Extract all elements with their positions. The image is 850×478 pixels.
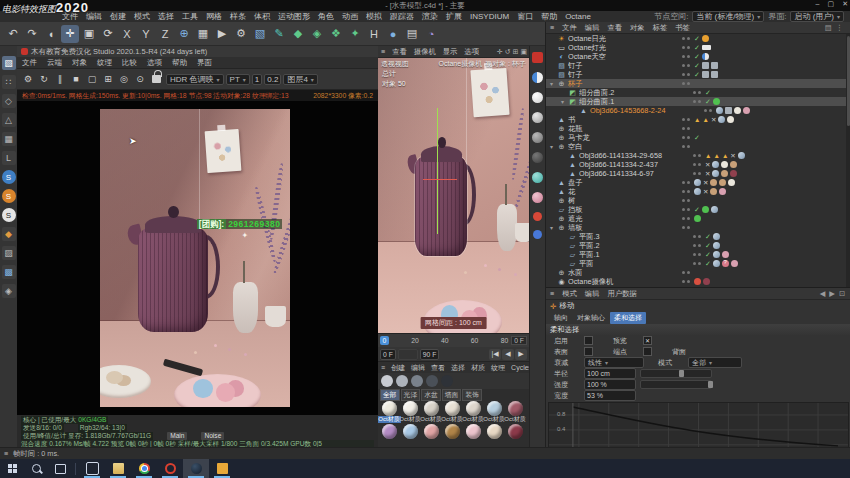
strip-icon[interactable] [532, 132, 543, 143]
mode-icon[interactable]: S [2, 208, 16, 222]
visibility-dots[interactable] [680, 217, 692, 220]
material-tab[interactable]: 光泽 [401, 389, 421, 401]
x-tag-icon[interactable] [703, 187, 708, 196]
phong-tag-icon[interactable] [713, 260, 720, 267]
taskbar-app[interactable] [105, 459, 131, 478]
material-item[interactable]: Oct材质 [484, 401, 504, 423]
mode-icon[interactable]: ▦ [2, 132, 16, 146]
close-button[interactable]: ✕ [842, 0, 848, 8]
phong-tag-icon[interactable] [713, 233, 720, 240]
shader-ball-icon[interactable] [426, 375, 438, 387]
hamburger-icon[interactable]: ≡ [378, 364, 388, 371]
live-viewer-tool-icon[interactable]: ⊙ [133, 72, 147, 86]
object-label[interactable]: Obj3d66-1141334-2-437 [579, 160, 691, 169]
object-tags[interactable] [703, 259, 738, 268]
toolbar-icon[interactable]: ◖ [42, 25, 60, 43]
object-tags[interactable] [692, 187, 726, 196]
toolbar-icon[interactable]: ◆ [289, 25, 307, 43]
shader-ball-icon[interactable] [396, 375, 408, 387]
transport-button[interactable]: ▶ [515, 349, 527, 360]
live-viewer-menu-item[interactable]: 帮助 [167, 58, 192, 68]
phong-tag-icon[interactable] [713, 242, 720, 249]
check-tag-icon[interactable] [694, 61, 700, 70]
material-thumbnail[interactable] [424, 424, 439, 439]
mat-white-tag-icon[interactable] [727, 116, 734, 123]
material-menu-item[interactable]: 纹理 [488, 363, 508, 373]
toolbar-icon[interactable]: ❖ [327, 25, 345, 43]
range-start-field[interactable]: 0 F [380, 349, 396, 360]
mat-tan-tag-icon[interactable] [710, 188, 717, 195]
green-tag-icon[interactable] [694, 215, 701, 222]
shader-ball-icon[interactable] [411, 375, 423, 387]
material-menu-item[interactable]: 查看 [428, 363, 448, 373]
x-tag-icon[interactable] [705, 160, 710, 169]
live-viewer-menu-item[interactable]: 纹理 [92, 58, 117, 68]
toolbar-icon[interactable]: Z [156, 25, 174, 43]
phong-tag-icon[interactable] [711, 206, 718, 213]
toolbar-icon[interactable]: ↶ [4, 25, 22, 43]
visibility-dots[interactable] [680, 181, 692, 184]
visibility-dots[interactable] [691, 235, 703, 238]
object-tags[interactable] [703, 160, 737, 169]
subsample-field[interactable]: 1 [252, 74, 262, 85]
material-thumbnail[interactable] [508, 424, 523, 439]
visibility-dots[interactable] [691, 91, 703, 94]
mat-pink-tag-icon[interactable] [743, 107, 750, 114]
object-manager-menu-item[interactable]: 书签 [671, 23, 694, 33]
phong-tag-icon[interactable] [716, 107, 723, 114]
material-item[interactable]: Oct材质 [400, 401, 420, 423]
visibility-dots[interactable] [691, 172, 703, 175]
toolbar-icon[interactable]: ▦ [194, 25, 212, 43]
point-checkbox[interactable] [643, 347, 652, 356]
material-tab[interactable]: 装饰 [462, 389, 482, 401]
object-tags[interactable] [692, 178, 735, 187]
check-tag-icon[interactable] [705, 88, 711, 97]
toolbar-icon[interactable]: ▣ [80, 25, 98, 43]
mat-white-tag-icon[interactable] [721, 161, 728, 168]
material-thumbnail[interactable] [508, 401, 523, 416]
mode-dropdown[interactable]: 全部▾ [688, 357, 742, 368]
sky-tag-icon[interactable] [702, 53, 709, 60]
tonemap-dropdown[interactable]: HDR 色调映▾ [166, 74, 224, 85]
material-menu-item[interactable]: 创建 [388, 363, 408, 373]
taskbar-app[interactable] [131, 459, 157, 478]
toolbar-icon[interactable]: ✦ [346, 25, 364, 43]
material-item[interactable]: Oct材质 [379, 401, 399, 423]
phong-tag-icon[interactable] [738, 152, 745, 159]
live-viewer-tool-icon[interactable]: ▢ [85, 72, 99, 86]
toolbar-icon[interactable]: ✎ [270, 25, 288, 43]
live-viewer-tool-icon[interactable]: ■ [69, 72, 83, 86]
phong-tag-icon[interactable] [694, 179, 701, 186]
expand-arrow-icon[interactable]: ▾ [550, 80, 557, 87]
visibility-dots[interactable] [691, 244, 703, 247]
object-tags[interactable] [703, 97, 720, 106]
object-row[interactable]: Obj3d66-1141334-29-658 [546, 151, 850, 160]
material-menu-item[interactable]: 材质 [468, 363, 488, 373]
menu-item[interactable]: 模拟 [362, 11, 386, 22]
material-item[interactable] [442, 424, 462, 439]
material-item[interactable] [484, 424, 504, 439]
target-dropdown[interactable]: 视对象 : 杯子 [485, 59, 526, 69]
attribute-menu-item[interactable]: 用户数据 [603, 289, 640, 299]
strength-field[interactable]: 100 % [584, 379, 636, 390]
mode-icon[interactable]: S [2, 189, 16, 203]
maximize-button[interactable]: ▢ [828, 0, 835, 8]
x-tag-icon[interactable] [711, 115, 716, 124]
menu-item[interactable]: 角色 [314, 11, 338, 22]
live-viewer-tool-icon[interactable]: ↻ [37, 72, 51, 86]
material-thumbnail[interactable] [403, 424, 418, 439]
cube-tag-icon[interactable] [725, 107, 732, 114]
toolbar-icon[interactable]: ● [384, 25, 402, 43]
x-tag-icon[interactable] [705, 169, 710, 178]
object-tags[interactable] [703, 88, 711, 97]
object-row[interactable]: Obj3d66-1141334-2-437 [546, 160, 850, 169]
viewport-menu-item[interactable]: 查看 [389, 47, 410, 57]
material-menu-item[interactable]: 编辑 [408, 363, 428, 373]
expand-arrow-icon[interactable]: ▾ [550, 143, 557, 150]
phong-tag-icon[interactable] [712, 161, 719, 168]
object-tags[interactable] [703, 169, 737, 178]
material-tab[interactable]: 墙面 [442, 389, 462, 401]
visibility-dots[interactable] [680, 82, 692, 85]
toolbar-icon[interactable]: ◈ [308, 25, 326, 43]
strip-icon[interactable] [532, 192, 543, 203]
